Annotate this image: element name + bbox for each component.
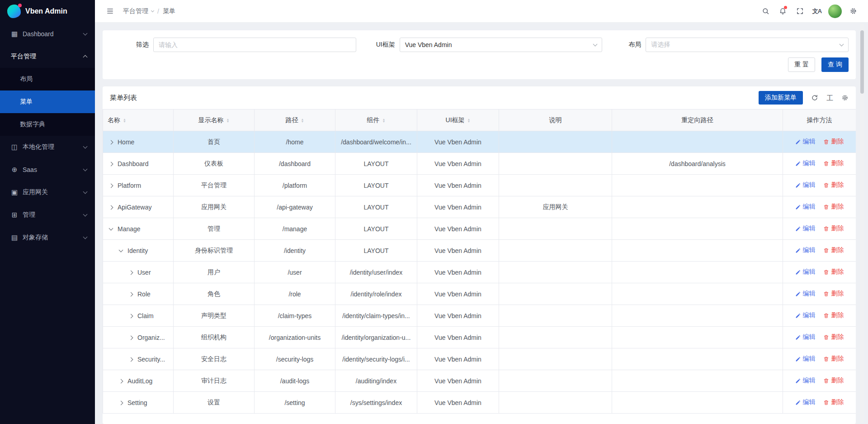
breadcrumb-parent[interactable]: 平台管理 (123, 7, 154, 15)
delete-link[interactable]: 删除 (823, 290, 844, 298)
delete-link[interactable]: 删除 (823, 311, 844, 319)
vertical-scrollbar[interactable] (860, 23, 864, 423)
expand-icon[interactable] (109, 162, 113, 166)
refresh-icon[interactable] (811, 94, 818, 101)
column-header-component[interactable]: 组件▲▼ (335, 110, 417, 131)
table-row[interactable]: Identity 身份标识管理 /identity LAYOUT Vue Vbe… (103, 240, 856, 262)
edit-link[interactable]: 编辑 (795, 203, 816, 211)
sidebar-item-object-storage[interactable]: ▤ 对象存储 (0, 226, 95, 249)
edit-link[interactable]: 编辑 (795, 138, 816, 146)
delete-link[interactable]: 删除 (823, 246, 844, 254)
table-row[interactable]: Manage 管理 /manage LAYOUT Vue Vben Admin … (103, 218, 856, 240)
delete-link[interactable]: 删除 (823, 181, 844, 189)
sidebar-item-saas[interactable]: ⊕ Saas (0, 158, 95, 181)
delete-link[interactable]: 删除 (823, 138, 844, 146)
delete-link[interactable]: 删除 (823, 224, 844, 233)
table-row[interactable]: User 用户 /user /identity/user/index Vue V… (103, 262, 856, 283)
expand-icon[interactable] (109, 183, 113, 188)
table-row[interactable]: AuditLog 审计日志 /audit-logs /auditing/inde… (103, 370, 856, 392)
table-row[interactable]: Home 首页 /home /dashboard/welcome/in... V… (103, 131, 856, 153)
sidebar-item-layout[interactable]: 布局 (0, 68, 95, 91)
column-header-path[interactable]: 路径▲▼ (255, 110, 335, 131)
sidebar-item-gateway[interactable]: ▣ 应用网关 (0, 181, 95, 204)
avatar[interactable] (828, 5, 842, 18)
expand-icon[interactable] (109, 140, 113, 144)
column-settings-gear-icon[interactable] (841, 94, 849, 101)
expand-icon[interactable] (129, 357, 133, 362)
notification-bell-icon[interactable] (775, 4, 790, 19)
expand-icon[interactable] (119, 379, 123, 383)
row-display-name: 身份标识管理 (174, 240, 255, 262)
table-row[interactable]: Security... 安全日志 /security-logs /identit… (103, 348, 856, 370)
row-path: /role (255, 283, 335, 305)
table-row[interactable]: Setting 设置 /setting /sys/settings/index … (103, 392, 856, 414)
expand-icon[interactable] (119, 248, 123, 252)
sidebar-item-manage[interactable]: ⊞ 管理 (0, 204, 95, 226)
edit-link[interactable]: 编辑 (795, 224, 816, 233)
expand-icon[interactable] (109, 226, 113, 230)
edit-link[interactable]: 编辑 (795, 333, 816, 341)
edit-link[interactable]: 编辑 (795, 159, 816, 167)
sidebar-item-dictionary[interactable]: 数据字典 (0, 113, 95, 136)
sort-icon[interactable]: ▲▼ (301, 118, 304, 123)
delete-link[interactable]: 删除 (823, 159, 844, 167)
delete-link[interactable]: 删除 (823, 333, 844, 341)
edit-link[interactable]: 编辑 (795, 181, 816, 189)
add-menu-button[interactable]: 添加新菜单 (759, 91, 803, 105)
edit-link[interactable]: 编辑 (795, 268, 816, 276)
delete-link[interactable]: 删除 (823, 268, 844, 276)
expand-icon[interactable] (119, 400, 123, 405)
column-header-name[interactable]: 名称▲▼ (103, 110, 174, 131)
translate-icon[interactable]: 文A (809, 4, 825, 19)
search-button[interactable]: 查 询 (821, 57, 849, 72)
fullscreen-icon[interactable] (792, 4, 807, 19)
expand-icon[interactable] (129, 314, 133, 318)
sidebar-item-menu[interactable]: 菜单 (0, 91, 95, 113)
delete-link[interactable]: 删除 (823, 355, 844, 363)
row-description (499, 153, 612, 175)
edit-link[interactable]: 编辑 (795, 355, 816, 363)
row-path: /user (255, 262, 335, 283)
sidebar-item-localization[interactable]: ◫ 本地化管理 (0, 136, 95, 158)
table-row[interactable]: Role 角色 /role /identity/role/index Vue V… (103, 283, 856, 305)
reset-button[interactable]: 重 置 (788, 57, 815, 72)
delete-link[interactable]: 删除 (823, 203, 844, 211)
saas-icon: ⊕ (11, 166, 18, 174)
sort-icon[interactable]: ▲▼ (467, 118, 471, 123)
edit-link[interactable]: 编辑 (795, 290, 816, 298)
chevron-down-icon (83, 144, 88, 149)
menu-fold-icon[interactable] (102, 4, 118, 19)
edit-link[interactable]: 编辑 (795, 246, 816, 254)
expand-icon[interactable] (109, 205, 113, 210)
sort-icon[interactable]: ▲▼ (123, 118, 126, 123)
edit-link[interactable]: 编辑 (795, 398, 816, 406)
delete-link[interactable]: 删除 (823, 398, 844, 406)
edit-link[interactable]: 编辑 (795, 376, 816, 385)
column-header-display-name[interactable]: 显示名称▲▼ (174, 110, 255, 131)
keyword-input[interactable] (159, 41, 351, 48)
expand-icon[interactable] (129, 292, 133, 296)
edit-link[interactable]: 编辑 (795, 311, 816, 319)
sidebar-item-platform[interactable]: 平台管理 (0, 45, 95, 68)
framework-select[interactable]: Vue Vben Admin (400, 38, 603, 52)
table-row[interactable]: Platform 平台管理 /platform LAYOUT Vue Vben … (103, 175, 856, 196)
table-row[interactable]: ApiGateway 应用网关 /api-gateway LAYOUT Vue … (103, 196, 856, 218)
expand-icon[interactable] (129, 335, 133, 340)
row-display-name: 首页 (174, 131, 255, 153)
delete-link[interactable]: 删除 (823, 376, 844, 385)
sort-icon[interactable]: ▲▼ (226, 118, 230, 123)
table-row[interactable]: Claim 声明类型 /claim-types /identity/claim-… (103, 305, 856, 327)
settings-gear-icon[interactable] (845, 4, 861, 19)
scrollbar-thumb[interactable] (860, 30, 864, 94)
table-row[interactable]: Dashboard 仪表板 /dashboard LAYOUT Vue Vben… (103, 153, 856, 175)
layout-select[interactable]: 请选择 (646, 38, 849, 52)
logo[interactable]: Vben Admin (0, 0, 95, 23)
column-header-framework[interactable]: UI框架▲▼ (417, 110, 499, 131)
row-path: /audit-logs (255, 370, 335, 392)
table-row[interactable]: Organiz... 组织机构 /organization-units /ide… (103, 327, 856, 348)
search-icon[interactable] (758, 4, 773, 19)
row-height-icon[interactable]: 工 (826, 95, 833, 101)
expand-icon[interactable] (129, 270, 133, 275)
sort-icon[interactable]: ▲▼ (382, 118, 386, 123)
sidebar-item-dashboard[interactable]: ▦ Dashboard (0, 23, 95, 45)
